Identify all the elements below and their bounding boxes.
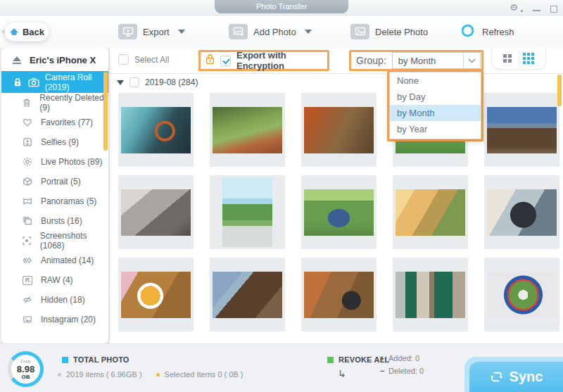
group-checkbox[interactable] — [129, 77, 139, 87]
photo-card[interactable] — [301, 93, 377, 167]
sidebar-item-instagram[interactable]: Instagram (20) — [1, 310, 108, 329]
collapse-group-caret-icon[interactable] — [117, 80, 124, 85]
content-scrollbar-thumb[interactable] — [557, 75, 562, 106]
sidebar-item-selfies[interactable]: Selfies (9) — [1, 132, 108, 152]
refresh-icon — [459, 22, 476, 42]
photo-card[interactable] — [118, 175, 194, 249]
encryption-checkbox[interactable] — [220, 56, 231, 66]
revoke-bullet-icon — [327, 357, 334, 363]
photo-thumbnail — [487, 107, 557, 153]
annotation-highlight-encryption: Export with Encryption — [198, 50, 329, 71]
sync-button[interactable]: Sync — [469, 362, 563, 392]
sidebar-item-raw[interactable]: R RAW (4) — [1, 270, 108, 290]
sidebar-item-label: Hidden (18) — [41, 295, 85, 305]
photo-card[interactable] — [484, 175, 559, 249]
photo-card[interactable] — [393, 258, 468, 331]
content-header: Select All Export with Encryption Group:… — [110, 48, 563, 74]
group-select[interactable]: by Month — [392, 52, 481, 69]
back-label: Back — [23, 27, 44, 37]
settings-gear-icon[interactable]: ⚙ — [510, 1, 518, 14]
home-icon — [9, 27, 19, 36]
cube-icon — [22, 177, 33, 186]
sidebar-item-recently-deleted[interactable]: Recently Deleted (9) — [1, 93, 108, 113]
revoke-arrow-icon: ↳ — [338, 368, 346, 379]
panorama-icon — [22, 196, 33, 206]
device-header: Eric's iPhone X — [1, 48, 108, 71]
delete-photo-button[interactable]: Delete Photo — [350, 22, 428, 42]
dropdown-option-none[interactable]: None — [390, 72, 481, 89]
lock-icon — [13, 77, 23, 87]
large-grid-view-icon[interactable] — [503, 54, 512, 63]
photo-card[interactable] — [301, 175, 377, 249]
photo-thumbnail — [304, 189, 374, 236]
live-photo-icon — [22, 157, 33, 167]
select-all-checkbox[interactable] — [118, 54, 129, 65]
maximize-button[interactable] — [550, 6, 557, 13]
group-select-value: by Month — [393, 56, 463, 66]
select-all-control[interactable]: Select All — [118, 54, 169, 65]
dropdown-option-by-month[interactable]: by Month — [390, 105, 481, 121]
add-photo-dropdown-caret-icon[interactable] — [305, 30, 312, 34]
refresh-label: Refresh — [482, 27, 514, 37]
back-button[interactable]: Back — [4, 22, 49, 42]
total-photo-block: TOTAL PHOTO 2019 items ( 6.96GB ) Select… — [62, 355, 129, 364]
delete-photo-label: Delete Photo — [375, 27, 428, 37]
sidebar: Eric's iPhone X Camera Roll (2019) — [1, 48, 108, 343]
photo-thumbnail — [396, 272, 465, 318]
photo-thumbnail — [213, 107, 282, 153]
sync-summary: +Added: 0 −Deleted: 0 — [380, 354, 424, 375]
selected-items-text: Selected Items 0 ( 0B ) — [165, 370, 243, 379]
small-grid-view-icon[interactable] — [523, 53, 534, 64]
group-label: Group: — [356, 55, 386, 66]
photo-card[interactable] — [210, 258, 285, 331]
sidebar-item-bursts[interactable]: Bursts (16) — [1, 211, 108, 231]
sidebar-item-live-photos[interactable]: Live Photos (89) — [1, 152, 108, 172]
photo-transfer-window: Photo Transfer ⚙ Back Export — [0, 0, 563, 392]
items-count-text: 2019 items ( 6.96GB ) — [66, 370, 142, 379]
photo-card[interactable] — [118, 258, 194, 331]
sidebar-item-camera-roll[interactable]: Camera Roll (2019) — [1, 71, 108, 93]
selected-bullet-icon — [156, 373, 160, 377]
sidebar-item-label: Screenshots (1068) — [40, 231, 108, 251]
group-header: 2019-08 (284) — [117, 77, 198, 87]
photo-card[interactable] — [484, 93, 559, 167]
photo-thumbnail — [121, 272, 191, 318]
add-photo-button[interactable]: Add Photo — [229, 22, 312, 42]
sidebar-item-label: Live Photos (89) — [41, 157, 102, 167]
photo-thumbnail — [304, 272, 374, 318]
free-unit: GB — [22, 374, 30, 380]
photo-card[interactable] — [393, 175, 468, 249]
free-value: 8.98 — [17, 365, 34, 374]
sidebar-item-panoramas[interactable]: Panoramas (5) — [1, 191, 108, 211]
sidebar-item-animated[interactable]: Animated (14) — [1, 251, 108, 270]
group-dropdown-list: None by Day by Month by Year — [389, 72, 481, 139]
export-button[interactable]: Export — [118, 22, 185, 42]
dropdown-option-by-year[interactable]: by Year — [390, 121, 481, 137]
sidebar-item-label: Selfies (9) — [41, 137, 79, 147]
photo-thumbnail — [487, 189, 557, 236]
sidebar-item-favorites[interactable]: Favorites (77) — [1, 113, 108, 132]
chevron-down-icon[interactable] — [463, 53, 480, 68]
photo-card[interactable] — [210, 93, 285, 167]
photo-card[interactable] — [484, 258, 559, 331]
sidebar-item-portrait[interactable]: Portrait (5) — [1, 172, 108, 191]
photo-card[interactable] — [301, 258, 377, 331]
eject-device-icon[interactable] — [13, 56, 21, 64]
photo-thumbnail — [222, 177, 272, 247]
sidebar-scrollbar-thumb[interactable] — [103, 72, 108, 151]
sidebar-item-screenshots[interactable]: Screenshots (1068) — [1, 231, 108, 251]
sidebar-item-label: Portrait (5) — [41, 177, 81, 186]
plus-icon: + — [380, 354, 388, 362]
trash-icon — [22, 98, 32, 108]
sidebar-item-hidden[interactable]: Hidden (18) — [1, 290, 108, 310]
dropdown-option-by-day[interactable]: by Day — [390, 89, 481, 105]
minimize-button[interactable] — [533, 10, 540, 11]
photo-card[interactable] — [210, 175, 285, 249]
sidebar-item-label: Camera Roll (2019) — [45, 72, 108, 92]
instagram-photo-icon — [22, 315, 33, 324]
photo-thumbnail — [213, 272, 282, 318]
delete-photo-icon — [350, 24, 369, 39]
export-dropdown-caret-icon[interactable] — [178, 30, 185, 34]
refresh-button[interactable]: Refresh — [459, 22, 514, 42]
photo-card[interactable] — [118, 93, 194, 167]
